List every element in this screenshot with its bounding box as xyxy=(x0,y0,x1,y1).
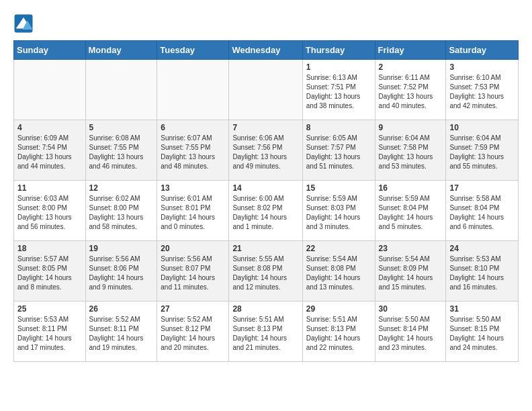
day-cell: 4Sunrise: 6:09 AM Sunset: 7:54 PM Daylig… xyxy=(14,120,86,181)
day-cell: 20Sunrise: 5:56 AM Sunset: 8:07 PM Dayli… xyxy=(157,241,229,302)
day-number: 1 xyxy=(306,62,371,72)
day-number: 29 xyxy=(306,304,371,314)
day-number: 22 xyxy=(306,244,371,253)
day-info: Sunrise: 6:13 AM Sunset: 7:51 PM Dayligh… xyxy=(306,73,371,111)
day-number: 9 xyxy=(379,123,443,132)
day-info: Sunrise: 6:09 AM Sunset: 7:54 PM Dayligh… xyxy=(17,134,82,171)
day-info: Sunrise: 5:54 AM Sunset: 8:08 PM Dayligh… xyxy=(306,255,371,292)
day-info: Sunrise: 5:59 AM Sunset: 8:03 PM Dayligh… xyxy=(306,194,371,232)
weekday-header-wednesday: Wednesday xyxy=(229,41,302,60)
day-info: Sunrise: 6:00 AM Sunset: 8:02 PM Dayligh… xyxy=(232,194,298,232)
day-info: Sunrise: 5:52 AM Sunset: 8:12 PM Dayligh… xyxy=(161,315,225,353)
page-header xyxy=(13,13,519,34)
day-number: 7 xyxy=(232,123,298,132)
day-cell: 3Sunrise: 6:10 AM Sunset: 7:53 PM Daylig… xyxy=(446,60,519,120)
day-info: Sunrise: 6:10 AM Sunset: 7:53 PM Dayligh… xyxy=(449,73,515,111)
day-info: Sunrise: 6:06 AM Sunset: 7:56 PM Dayligh… xyxy=(232,134,298,171)
weekday-header-friday: Friday xyxy=(375,41,446,60)
day-cell: 15Sunrise: 5:59 AM Sunset: 8:03 PM Dayli… xyxy=(302,181,375,241)
day-info: Sunrise: 6:02 AM Sunset: 8:00 PM Dayligh… xyxy=(89,194,154,232)
day-info: Sunrise: 5:54 AM Sunset: 8:09 PM Dayligh… xyxy=(379,255,443,292)
weekday-header-row: SundayMondayTuesdayWednesdayThursdayFrid… xyxy=(14,41,519,60)
day-cell: 21Sunrise: 5:55 AM Sunset: 8:08 PM Dayli… xyxy=(229,241,302,302)
day-cell: 9Sunrise: 6:04 AM Sunset: 7:58 PM Daylig… xyxy=(375,120,446,181)
week-row-5: 25Sunrise: 5:53 AM Sunset: 8:11 PM Dayli… xyxy=(14,302,519,362)
day-info: Sunrise: 5:59 AM Sunset: 8:04 PM Dayligh… xyxy=(379,194,443,232)
day-cell: 27Sunrise: 5:52 AM Sunset: 8:12 PM Dayli… xyxy=(157,302,229,362)
day-info: Sunrise: 5:57 AM Sunset: 8:05 PM Dayligh… xyxy=(17,255,82,292)
weekday-header-thursday: Thursday xyxy=(302,41,375,60)
day-cell: 14Sunrise: 6:00 AM Sunset: 8:02 PM Dayli… xyxy=(229,181,302,241)
day-cell: 29Sunrise: 5:51 AM Sunset: 8:13 PM Dayli… xyxy=(302,302,375,362)
day-number: 8 xyxy=(306,123,371,132)
day-number: 30 xyxy=(379,304,443,314)
day-number: 5 xyxy=(89,123,154,132)
day-cell: 28Sunrise: 5:51 AM Sunset: 8:13 PM Dayli… xyxy=(229,302,302,362)
day-cell: 31Sunrise: 5:50 AM Sunset: 8:15 PM Dayli… xyxy=(446,302,519,362)
day-number: 25 xyxy=(17,304,82,314)
calendar-table: SundayMondayTuesdayWednesdayThursdayFrid… xyxy=(13,40,519,362)
day-info: Sunrise: 5:52 AM Sunset: 8:11 PM Dayligh… xyxy=(89,315,154,353)
day-cell: 8Sunrise: 6:05 AM Sunset: 7:57 PM Daylig… xyxy=(302,120,375,181)
day-cell: 2Sunrise: 6:11 AM Sunset: 7:52 PM Daylig… xyxy=(375,60,446,120)
day-info: Sunrise: 6:11 AM Sunset: 7:52 PM Dayligh… xyxy=(379,73,443,111)
day-cell: 17Sunrise: 5:58 AM Sunset: 8:04 PM Dayli… xyxy=(446,181,519,241)
day-info: Sunrise: 5:56 AM Sunset: 8:06 PM Dayligh… xyxy=(89,255,154,292)
day-number: 3 xyxy=(449,62,515,72)
day-number: 28 xyxy=(232,304,298,314)
day-info: Sunrise: 5:53 AM Sunset: 8:11 PM Dayligh… xyxy=(17,315,82,353)
day-number: 27 xyxy=(161,304,225,314)
day-cell: 7Sunrise: 6:06 AM Sunset: 7:56 PM Daylig… xyxy=(229,120,302,181)
day-cell: 1Sunrise: 6:13 AM Sunset: 7:51 PM Daylig… xyxy=(302,60,375,120)
weekday-header-sunday: Sunday xyxy=(14,41,86,60)
day-info: Sunrise: 5:55 AM Sunset: 8:08 PM Dayligh… xyxy=(232,255,298,292)
day-number: 11 xyxy=(17,183,82,193)
day-cell xyxy=(157,60,229,120)
day-number: 26 xyxy=(89,304,154,314)
day-info: Sunrise: 5:50 AM Sunset: 8:15 PM Dayligh… xyxy=(449,315,515,353)
day-number: 17 xyxy=(449,183,515,193)
day-number: 10 xyxy=(449,123,515,132)
day-info: Sunrise: 6:05 AM Sunset: 7:57 PM Dayligh… xyxy=(306,134,371,171)
day-cell xyxy=(229,60,302,120)
day-cell: 16Sunrise: 5:59 AM Sunset: 8:04 PM Dayli… xyxy=(375,181,446,241)
day-info: Sunrise: 5:50 AM Sunset: 8:14 PM Dayligh… xyxy=(379,315,443,353)
day-info: Sunrise: 6:03 AM Sunset: 8:00 PM Dayligh… xyxy=(17,194,82,232)
day-cell: 12Sunrise: 6:02 AM Sunset: 8:00 PM Dayli… xyxy=(85,181,157,241)
day-cell: 13Sunrise: 6:01 AM Sunset: 8:01 PM Dayli… xyxy=(157,181,229,241)
day-info: Sunrise: 6:01 AM Sunset: 8:01 PM Dayligh… xyxy=(161,194,225,232)
day-cell: 11Sunrise: 6:03 AM Sunset: 8:00 PM Dayli… xyxy=(14,181,86,241)
weekday-header-tuesday: Tuesday xyxy=(157,41,229,60)
weekday-header-saturday: Saturday xyxy=(446,41,519,60)
day-info: Sunrise: 6:04 AM Sunset: 7:59 PM Dayligh… xyxy=(449,134,515,171)
day-info: Sunrise: 5:56 AM Sunset: 8:07 PM Dayligh… xyxy=(161,255,225,292)
day-number: 6 xyxy=(161,123,225,132)
day-cell: 22Sunrise: 5:54 AM Sunset: 8:08 PM Dayli… xyxy=(302,241,375,302)
day-cell: 26Sunrise: 5:52 AM Sunset: 8:11 PM Dayli… xyxy=(85,302,157,362)
week-row-3: 11Sunrise: 6:03 AM Sunset: 8:00 PM Dayli… xyxy=(14,181,519,241)
day-cell: 5Sunrise: 6:08 AM Sunset: 7:55 PM Daylig… xyxy=(85,120,157,181)
day-cell: 24Sunrise: 5:53 AM Sunset: 8:10 PM Dayli… xyxy=(446,241,519,302)
day-cell: 6Sunrise: 6:07 AM Sunset: 7:55 PM Daylig… xyxy=(157,120,229,181)
week-row-2: 4Sunrise: 6:09 AM Sunset: 7:54 PM Daylig… xyxy=(14,120,519,181)
day-info: Sunrise: 6:04 AM Sunset: 7:58 PM Dayligh… xyxy=(379,134,443,171)
day-info: Sunrise: 5:51 AM Sunset: 8:13 PM Dayligh… xyxy=(232,315,298,353)
day-cell: 18Sunrise: 5:57 AM Sunset: 8:05 PM Dayli… xyxy=(14,241,86,302)
day-number: 24 xyxy=(449,244,515,253)
day-number: 16 xyxy=(379,183,443,193)
day-info: Sunrise: 6:08 AM Sunset: 7:55 PM Dayligh… xyxy=(89,134,154,171)
day-info: Sunrise: 6:07 AM Sunset: 7:55 PM Dayligh… xyxy=(161,134,225,171)
day-info: Sunrise: 5:51 AM Sunset: 8:13 PM Dayligh… xyxy=(306,315,371,353)
day-number: 18 xyxy=(17,244,82,253)
day-number: 20 xyxy=(161,244,225,253)
day-cell: 10Sunrise: 6:04 AM Sunset: 7:59 PM Dayli… xyxy=(446,120,519,181)
day-number: 15 xyxy=(306,183,371,193)
day-number: 12 xyxy=(89,183,154,193)
day-cell xyxy=(14,60,86,120)
day-cell: 25Sunrise: 5:53 AM Sunset: 8:11 PM Dayli… xyxy=(14,302,86,362)
day-cell: 30Sunrise: 5:50 AM Sunset: 8:14 PM Dayli… xyxy=(375,302,446,362)
day-cell: 23Sunrise: 5:54 AM Sunset: 8:09 PM Dayli… xyxy=(375,241,446,302)
day-number: 14 xyxy=(232,183,298,193)
week-row-1: 1Sunrise: 6:13 AM Sunset: 7:51 PM Daylig… xyxy=(14,60,519,120)
day-info: Sunrise: 5:58 AM Sunset: 8:04 PM Dayligh… xyxy=(449,194,515,232)
